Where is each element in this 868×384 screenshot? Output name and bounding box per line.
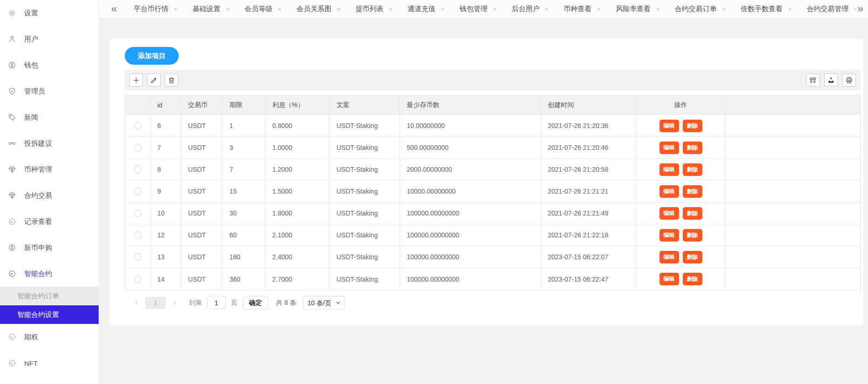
sidebar-item-users[interactable]: 用户 [0, 26, 99, 52]
add-project-button[interactable]: 添加项目 [125, 47, 179, 65]
tabs-scroll-left-button[interactable] [109, 5, 119, 14]
tab-contract-trade-manage[interactable]: 合约交易管理× [799, 0, 856, 18]
sidebar-item-admins[interactable]: 管理员 [0, 78, 99, 104]
content-area: 添加项目 id交易币期限利息（%）文案最少存币数创建时间操作6USDT10.80… [99, 19, 868, 384]
cell-text: USDT-Staking [330, 115, 400, 136]
cell-min: 500.00000000 [400, 137, 541, 158]
sidebar-item-settings[interactable]: 设置 [0, 0, 99, 26]
aim-icon [8, 333, 16, 341]
edit-button[interactable]: 编辑 [659, 141, 679, 154]
aim-icon [8, 217, 16, 226]
sidebar-item-nft[interactable]: NFT [0, 350, 99, 376]
column-header: 期限 [222, 95, 265, 115]
row-actions-cell: 编辑删除 [636, 202, 726, 224]
sidebar-item-wallet[interactable]: 钱包 [0, 52, 99, 78]
goto-page-input[interactable] [207, 296, 226, 309]
pagination-prev-button[interactable] [131, 297, 141, 309]
tab-channel-recharge[interactable]: 通道充值× [400, 0, 452, 18]
row-select-radio[interactable] [134, 209, 141, 217]
edit-button[interactable]: 编辑 [659, 207, 679, 220]
tab-contract-trade-orders[interactable]: 合约交易订单× [667, 0, 733, 18]
tab-label: 合约交易管理 [807, 5, 848, 13]
cell-coin: USDT [181, 159, 222, 180]
edit-button[interactable]: 编辑 [659, 120, 679, 132]
sidebar-item-news[interactable]: 新闻 [0, 104, 99, 130]
tab-wallet-manage[interactable]: 钱包管理× [452, 0, 505, 18]
edit-row-button[interactable] [147, 74, 161, 87]
sidebar-item-label: 新闻 [24, 113, 38, 122]
tabs-scroll-right-button[interactable] [856, 5, 865, 14]
sidebar-item-label: 新币申购 [24, 243, 52, 252]
tab-platform-coin-market[interactable]: 平台币行情× [126, 0, 185, 18]
print-button[interactable] [842, 74, 856, 87]
sidebar-item-record-view[interactable]: 记录查看 [0, 209, 99, 235]
tab-close-icon[interactable]: × [597, 6, 601, 13]
delete-button[interactable]: 删除 [683, 273, 702, 285]
tab-close-icon[interactable]: × [226, 6, 230, 13]
sidebar-item-options[interactable]: 期权 [0, 324, 99, 350]
export-button[interactable] [824, 74, 838, 87]
tab-close-icon[interactable]: × [545, 6, 549, 13]
edit-button[interactable]: 编辑 [659, 185, 679, 198]
sidebar-item-contract-trade[interactable]: 合约交易 [0, 182, 99, 209]
pagination-current-page[interactable]: 1 [145, 297, 166, 309]
tab-close-icon[interactable]: × [389, 6, 393, 13]
tab-close-icon[interactable]: × [336, 6, 341, 13]
tab-withdraw-list[interactable]: 提币列表× [348, 0, 400, 18]
cell-min: 100000.00000000 [400, 268, 541, 290]
edit-button[interactable]: 编辑 [659, 163, 679, 176]
sidebar-subitem-smart-contract-orders[interactable]: 智能合约订单 [0, 287, 99, 305]
row-select-radio[interactable] [134, 188, 141, 195]
row-select-radio[interactable] [134, 122, 141, 129]
sidebar-item-new-coin-subscribe[interactable]: 新币申购 [0, 235, 99, 261]
plus-icon [132, 76, 140, 84]
edit-button[interactable]: 编辑 [659, 251, 679, 263]
tab-close-icon[interactable]: × [656, 6, 660, 13]
tab-close-icon[interactable]: × [787, 6, 792, 13]
delete-button[interactable]: 删除 [683, 251, 702, 263]
delete-button[interactable]: 删除 [683, 207, 702, 220]
row-select-radio[interactable] [134, 253, 141, 261]
sidebar-subitem-smart-contract-settings[interactable]: 智能合约设置 [0, 305, 99, 324]
tab-close-icon[interactable]: × [493, 6, 497, 13]
sidebar-item-coin-manage[interactable]: 币种管理 [0, 156, 99, 182]
delete-row-button[interactable] [165, 74, 178, 87]
tab-close-icon[interactable]: × [722, 6, 726, 13]
tab-member-level[interactable]: 会员等级× [237, 0, 289, 18]
row-select-radio[interactable] [134, 276, 141, 283]
sidebar-item-label: 期权 [24, 333, 38, 342]
tab-member-relation-graph[interactable]: 会员关系图× [289, 0, 348, 18]
cell-interest: 1.0000 [265, 137, 330, 158]
confirm-button[interactable]: 确定 [243, 296, 268, 310]
cell-coin: USDT [181, 137, 222, 158]
cell-min: 10.00000000 [400, 115, 541, 136]
row-select-radio[interactable] [134, 144, 141, 151]
row-select-radio[interactable] [134, 231, 141, 239]
tab-close-icon[interactable]: × [278, 6, 282, 13]
tab-close-icon[interactable]: × [174, 6, 178, 13]
row-select-radio[interactable] [134, 166, 141, 173]
delete-button[interactable]: 删除 [683, 141, 702, 154]
sidebar-item-feedback[interactable]: 投拆建议 [0, 130, 99, 156]
row-actions-cell: 编辑删除 [636, 115, 726, 136]
tab-multiplier-lots-view[interactable]: 倍数手数查看× [733, 0, 799, 18]
delete-button[interactable]: 删除 [683, 185, 702, 198]
edit-button[interactable]: 编辑 [659, 229, 679, 242]
add-row-button[interactable] [129, 74, 143, 87]
delete-button[interactable]: 删除 [683, 163, 702, 176]
tab-basic-settings[interactable]: 基础设置× [185, 0, 237, 18]
tab-close-icon[interactable]: × [441, 6, 445, 13]
row-filler-cell [726, 115, 860, 136]
delete-button[interactable]: 删除 [683, 229, 702, 242]
tab-admin-users[interactable]: 后台用户× [504, 0, 556, 18]
filter-columns-button[interactable] [806, 74, 820, 87]
cell-text: USDT-Staking [330, 246, 400, 268]
tab-risk-rate-view[interactable]: 风险率查看× [608, 0, 667, 18]
delete-button[interactable]: 删除 [683, 120, 702, 132]
edit-button[interactable]: 编辑 [659, 273, 679, 285]
tab-coin-view[interactable]: 币种查看× [556, 0, 608, 18]
sidebar-item-smart-contract[interactable]: 智能合约 [0, 261, 99, 287]
pagination-next-button[interactable] [169, 297, 180, 309]
table-row: 6USDT10.8000USDT-Staking10.000000002021-… [125, 115, 860, 137]
page-size-select[interactable]: 10 条/页 [303, 296, 344, 310]
